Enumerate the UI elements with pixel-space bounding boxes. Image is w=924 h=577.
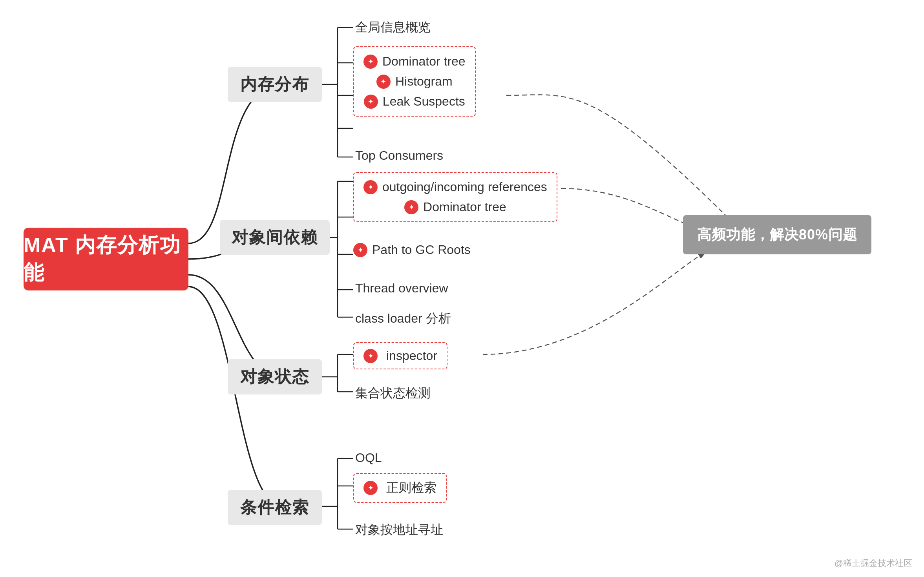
category-obj-dep: 对象间依赖 xyxy=(220,220,330,255)
star-icon-regex xyxy=(363,481,378,495)
feature-class-loader: class loader 分析 xyxy=(355,310,451,327)
feature-outgoing-text: outgoing/incoming references xyxy=(382,180,547,194)
central-node-text: MAT 内存分析功能 xyxy=(24,232,188,287)
feature-group-mem-dist-red: Dominator tree Histogram Leak Suspects xyxy=(353,46,476,117)
feature-jihe: 集合状态检测 xyxy=(355,385,431,402)
feature-outgoing: outgoing/incoming references xyxy=(363,180,547,194)
category-cond-search: 条件检索 xyxy=(228,490,322,525)
feature-leak-text: Leak Suspects xyxy=(383,94,465,109)
category-mem-dist-label: 内存分布 xyxy=(240,73,309,95)
star-icon-histogram xyxy=(376,75,391,89)
feature-dom-tree1-text: Dominator tree xyxy=(382,54,466,69)
feature-obj-addr: 对象按地址寻址 xyxy=(355,521,443,539)
feature-path-gc-text: Path to GC Roots xyxy=(372,243,471,257)
feature-path-gc: Path to GC Roots xyxy=(353,243,471,257)
feature-quanju: 全局信息概览 xyxy=(355,19,431,36)
central-node: MAT 内存分析功能 xyxy=(24,228,188,290)
star-icon-path-gc xyxy=(353,243,367,257)
feature-histogram-text: Histogram xyxy=(395,74,453,89)
feature-dom-tree2-text: Dominator tree xyxy=(423,200,506,214)
category-cond-search-label: 条件检索 xyxy=(240,497,309,519)
feature-top-consumers: Top Consumers xyxy=(355,148,443,163)
star-icon-dom-tree2 xyxy=(404,200,418,214)
feature-dom-tree2: Dominator tree xyxy=(404,200,506,214)
feature-leak: Leak Suspects xyxy=(364,94,465,109)
feature-thread-overview: Thread overview xyxy=(355,281,448,296)
feature-histogram: Histogram xyxy=(376,74,453,89)
feature-dom-tree1: Dominator tree xyxy=(363,54,466,69)
star-icon-inspector xyxy=(363,349,378,363)
feature-inspector-box: inspector xyxy=(353,342,447,369)
category-obj-state: 对象状态 xyxy=(228,359,322,394)
feature-oql: OQL xyxy=(355,451,382,465)
star-icon-leak xyxy=(364,95,378,109)
category-obj-state-label: 对象状态 xyxy=(240,366,309,388)
watermark: @稀土掘金技术社区 xyxy=(835,557,912,569)
highlight-box-text: 高频功能，解决80%问题 xyxy=(697,225,857,245)
star-icon-outgoing xyxy=(363,180,378,194)
feature-group-obj-dep-red1: outgoing/incoming references Dominator t… xyxy=(353,172,557,222)
feature-regex-box: 正则检索 xyxy=(353,473,447,503)
feature-regex-text: 正则检索 xyxy=(386,479,436,497)
star-icon-dom-tree1 xyxy=(363,55,378,69)
highlight-box: 高频功能，解决80%问题 xyxy=(683,215,871,254)
feature-inspector-text: inspector xyxy=(386,349,437,363)
category-mem-dist: 内存分布 xyxy=(228,67,322,102)
category-obj-dep-label: 对象间依赖 xyxy=(232,226,318,248)
